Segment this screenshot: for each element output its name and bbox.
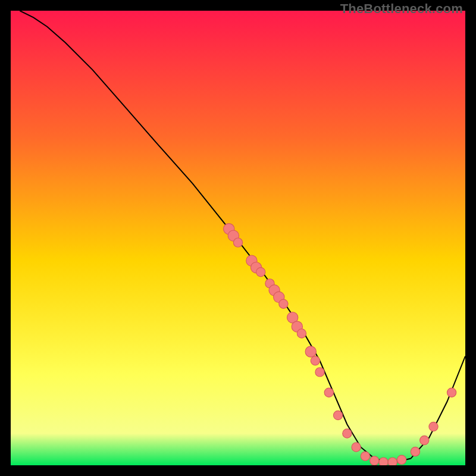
chart-plot [11, 11, 465, 465]
curve-marker [315, 368, 324, 377]
curve-marker [311, 356, 320, 365]
curve-marker [361, 452, 369, 461]
watermark-label: TheBottleneck.com [340, 1, 463, 17]
curve-marker [370, 456, 379, 465]
curve-marker [447, 388, 456, 397]
chart-frame [11, 11, 465, 465]
curve-marker [397, 455, 406, 464]
curve-marker [429, 422, 438, 431]
curve-marker [324, 388, 333, 397]
curve-marker [233, 238, 242, 247]
curve-marker [379, 458, 388, 465]
curve-marker [305, 346, 316, 357]
curve-marker [343, 429, 352, 438]
curve-marker [297, 329, 306, 338]
curve-marker [256, 268, 265, 277]
curve-marker [333, 411, 342, 419]
curve-marker [411, 447, 419, 456]
curve-marker [388, 458, 397, 465]
curve-marker [420, 436, 429, 444]
curve-marker [352, 443, 361, 452]
curve-marker [279, 299, 288, 308]
